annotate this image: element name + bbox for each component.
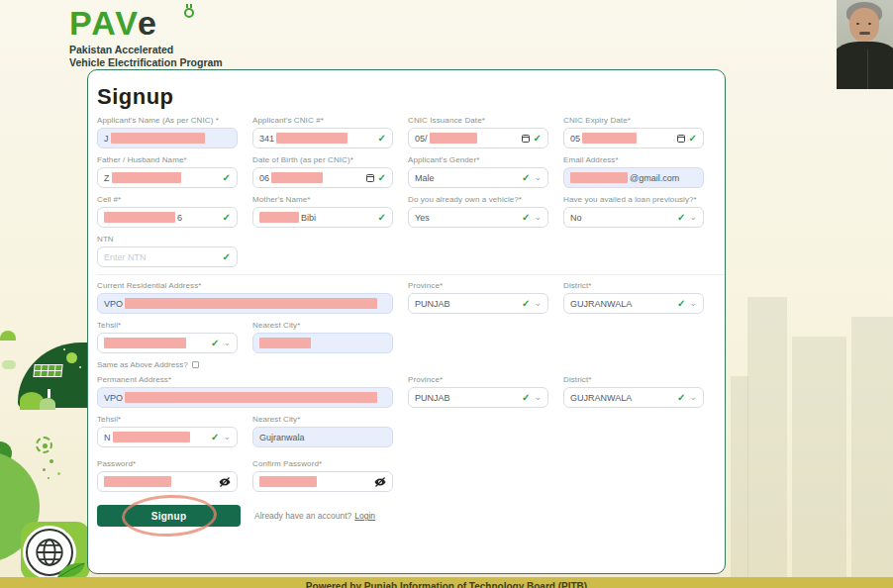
chevron-down-icon: ⌄ [534,173,542,182]
calendar-icon[interactable] [366,174,374,182]
calendar-icon[interactable] [522,135,530,143]
form-row-4: NTN Enter NTN ✓ [97,235,725,267]
form-row-2: Father / Husband Name* Z ✓ Date of Birth… [97,155,725,188]
field-tehsil-permanent: Tehsil* N ✓⌄ [97,415,238,447]
date-of-birth-input[interactable]: 06 ✓ [252,167,393,188]
cnic-issuance-date-input[interactable]: 05/ ✓ [408,128,548,148]
same-as-above-row: Same as Above Address? [97,360,725,369]
current-address-row: Current Residential Address* VPO Provinc… [97,281,725,314]
permanent-address-input[interactable]: VPO [97,387,393,408]
pave-logo: PAVe Pakistan Accelerated Vehicle Electr… [69,6,223,69]
login-link[interactable]: Login [354,511,375,521]
field-label: Tehsil* [97,415,238,424]
cnic-input[interactable]: 341 ✓ [252,128,393,148]
district-current-select[interactable]: GUJRANWALA ✓⌄ [563,293,704,314]
father-name-input[interactable]: Z ✓ [97,167,238,188]
skyline-shape [747,297,787,578]
check-icon: ✓ [211,339,219,348]
eye-slash-icon[interactable] [374,477,386,487]
check-icon: ✓ [223,213,231,223]
district-permanent-select[interactable]: GUJRANWALA ✓⌄ [563,387,704,408]
ntn-input[interactable]: Enter NTN ✓ [97,246,238,267]
password-row: Password* Confirm Password* [97,459,725,492]
redaction [112,172,181,183]
placeholder-text: Enter NTN [104,252,147,262]
field-date-of-birth: Date of Birth (as per CNIC)* 06 ✓ [252,155,393,188]
check-icon: ✓ [211,433,219,442]
field-label: Permanent Address* [97,375,393,384]
signup-button[interactable]: Signup [97,505,241,527]
eye-slash-icon[interactable] [219,477,231,487]
target-ring-icon [36,437,52,453]
field-district-permanent: District* GUJRANWALA ✓⌄ [563,375,704,408]
field-nearest-city-current: Nearest City* [252,321,393,353]
tehsil-permanent-select[interactable]: N ✓⌄ [97,427,238,447]
same-as-above-label: Same as Above Address? [97,360,188,369]
chevron-down-icon: ⌄ [223,339,231,347]
field-label: CNIC Expiry Date* [563,116,704,125]
logo-text-main: PAV [69,4,138,42]
check-icon: ✓ [378,173,386,183]
redaction [276,133,347,144]
redaction [104,476,171,487]
dot-icon [50,459,53,463]
skyline-shape [851,317,893,578]
bush-icon [40,398,55,410]
cell-number-input[interactable]: 6 ✓ [97,207,238,228]
own-vehicle-select[interactable]: Yes ✓⌄ [408,207,548,228]
dot-icon [43,468,46,471]
confirm-password-input[interactable] [252,471,393,492]
field-label: Cell #* [97,195,238,204]
section-divider [97,274,725,275]
tehsil-current-select[interactable]: ✓⌄ [97,333,238,353]
dot-icon [57,472,60,475]
calendar-icon[interactable] [677,135,685,143]
login-prompt: Already have an account?Login [254,511,375,521]
redaction [582,133,637,144]
nearest-city-permanent-input[interactable]: Gujranwala [252,427,393,447]
field-cnic: Applicant's CNIC #* 341 ✓ [252,116,393,148]
field-district-current: District* GUJRANWALA ✓⌄ [563,281,704,314]
field-label: Confirm Password* [252,459,393,468]
field-mother-name: Mother's Name* Bibi ✓ [252,195,393,228]
field-label: Email Address* [563,155,704,164]
field-current-address: Current Residential Address* VPO [97,281,393,314]
field-label: Mother's Name* [252,195,393,204]
chevron-down-icon: ⌄ [534,299,542,308]
mother-name-input[interactable]: Bibi ✓ [252,207,393,228]
field-father-name: Father / Husband Name* Z ✓ [97,155,238,188]
gender-select[interactable]: Male ✓⌄ [408,167,548,188]
portrait-coat [837,42,893,89]
province-permanent-select[interactable]: PUNJAB ✓⌄ [408,387,548,408]
check-icon: ✓ [522,173,530,183]
current-address-input[interactable]: VPO [97,293,393,314]
applicant-name-input[interactable]: J [97,128,238,148]
check-icon: ✓ [689,134,697,144]
password-input[interactable] [97,471,238,492]
cnic-expiry-date-input[interactable]: 05 ✓ [563,128,704,148]
chevron-down-icon: ⌄ [689,393,697,402]
field-label: Date of Birth (as per CNIC)* [252,155,393,164]
check-icon: ✓ [522,299,530,309]
redaction [430,133,477,144]
redaction [259,338,311,348]
redaction [259,212,299,223]
loan-previously-select[interactable]: No ✓⌄ [563,207,704,228]
redaction [271,172,323,183]
field-permanent-address: Permanent Address* VPO [97,375,393,408]
redaction [259,476,317,487]
province-current-select[interactable]: PUNJAB ✓⌄ [408,293,548,314]
field-email: Email Address* @gmail.com [563,155,704,188]
field-label: Current Residential Address* [97,281,393,290]
nearest-city-current-input[interactable] [252,333,393,353]
redaction [570,172,628,183]
chevron-down-icon: ⌄ [534,213,542,222]
permanent-tehsil-row: Tehsil* N ✓⌄ Nearest City* Gujranwala [97,415,725,447]
plug-icon [184,8,194,18]
field-label: Applicant's Gender* [408,155,548,164]
field-label: Father / Husband Name* [97,155,238,164]
skyline-shape [731,376,748,578]
email-input[interactable]: @gmail.com [563,167,704,188]
page-title: Signup [97,84,725,110]
same-as-above-checkbox[interactable] [192,361,199,368]
